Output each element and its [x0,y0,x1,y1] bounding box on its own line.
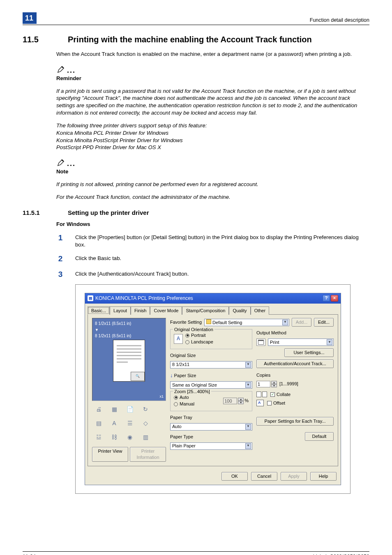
reminder-p2: The following three printer drivers supp… [56,122,369,151]
offset-checkbox[interactable]: Offset [267,400,285,406]
tab-stamp[interactable]: Stamp/Composition [182,306,229,315]
subsection-title: Setting up the printer driver [68,209,149,217]
chevron-down-icon: ▼ [245,362,251,368]
output-icon[interactable]: 🖨 [93,404,104,414]
chevron-down-icon: ▼ [245,382,251,388]
auth-account-track-button[interactable]: Authentication/Account Track... [256,359,334,368]
note-label: Note [56,168,369,175]
portrait-radio[interactable]: Portrait [185,332,213,339]
nup-icon[interactable]: ▦ [108,404,120,414]
collate-icon [256,391,267,397]
close-icon[interactable]: × [331,295,338,302]
chevron-down-icon[interactable]: ▼ [282,320,288,325]
screenshot-frame: ▤ KONICA MINOLTA PCL Printing Preference… [75,284,350,494]
default-button[interactable]: Default [305,432,334,441]
tab-finish[interactable]: Finish [131,306,150,315]
window-title: KONICA MINOLTA PCL Printing Preferences [95,295,193,302]
step-number: 3 [56,269,65,280]
chapter-badge: 11 [23,12,37,24]
zoom-group: Zoom [25...400%] Auto Manual ▲▼ [170,391,252,411]
step-number: 2 [56,253,65,264]
note-p2: For the Account Track function, contact … [56,193,369,201]
offset-icon [256,400,264,406]
cancel-button[interactable]: Cancel [251,472,277,481]
edit-button[interactable]: Edit... [314,318,334,327]
ok-button[interactable]: OK [221,472,248,481]
paper-size-combo[interactable]: Same as Original Size▼ [170,381,252,389]
letter-icon[interactable]: A [108,418,120,428]
duplex-icon[interactable]: 📄 [124,404,136,414]
zoom-auto-radio[interactable]: Auto [174,394,194,401]
reminder-icon: ... [56,64,369,74]
reminder-label: Reminder [56,75,369,82]
orientation-group: Original Orientation A Portrait Landscap… [170,329,252,349]
model-label: bizhub C203/C253/C353 [313,553,369,555]
tab-quality[interactable]: Quality [229,306,250,315]
globe-icon[interactable]: ◉ [124,432,136,442]
list-icon[interactable]: ☳ [93,432,104,442]
tab-layout[interactable]: Layout [110,306,131,315]
favorite-icon [206,319,211,324]
tab-covermode[interactable]: Cover Mode [150,306,182,315]
user-settings-button[interactable]: User Settings... [284,348,334,357]
titlebar[interactable]: ▤ KONICA MINOLTA PCL Printing Preference… [85,293,341,303]
help-button[interactable]: Help [310,472,337,481]
output-method-combo[interactable]: Print▼ [268,339,334,346]
paper-type-label: Paper Type [170,434,252,440]
chevron-down-icon: ▼ [245,424,251,430]
collate-checkbox[interactable]: ✓Collate [270,391,291,398]
landscape-radio[interactable]: Landscape [185,339,213,345]
tab-basic[interactable]: Basic... [88,306,110,315]
dialog-buttons: OK Cancel Apply Help [85,469,341,485]
app-icon: ▤ [88,295,93,301]
add-button[interactable]: Add... [292,318,311,327]
orientation-icon: A [174,334,183,344]
page-header: 11 Function detail description [23,12,369,25]
zoom-manual-radio[interactable]: Manual [174,401,194,407]
copies-spinner[interactable]: ▲▼ [256,381,277,387]
page-footer: 11-24 bizhub C203/C253/C353 [23,551,369,555]
subsection-heading: 11.5.1 Setting up the printer driver [23,209,369,217]
step-text: Click the Basic tab. [75,253,369,262]
original-size-combo[interactable]: 8 1/2x11▼ [170,361,252,368]
zoom-spinner[interactable]: ▲▼ % [223,398,249,404]
header-right: Function detail description [310,17,369,24]
spin-down-icon: ▼ [238,401,244,404]
favorite-combo[interactable]: Default Setting ▼ [204,319,289,326]
help-icon[interactable]: ? [323,295,330,302]
section-intro: When the Account Track function is enabl… [56,51,369,58]
note-icon: ... [56,157,369,167]
paper-size-label: Paper Size [174,373,196,378]
paper-type-combo[interactable]: Plain Paper▼ [170,442,252,450]
step-1: 1 Click the [Properties] button (or [Det… [56,233,369,249]
paper-tray-label: Paper Tray [170,415,252,421]
doc-icon[interactable]: ▥ [140,432,151,442]
down-arrow-icon: ↓ [170,372,173,378]
printer-info-button[interactable]: Printer Information [130,447,166,462]
link-icon[interactable]: ⛓ [108,432,120,442]
copies-range: [1...9999] [279,381,298,387]
page-preview: 8 1/2x11 (8.5x11 in) ▼ 8 1/2x11 (8.5x11 … [92,318,166,401]
paper-settings-button[interactable]: Paper Settings for Each Tray... [256,417,334,426]
subsection-number: 11.5.1 [23,209,55,217]
rotate-icon[interactable]: ↻ [140,404,151,414]
reminder-p1: If a print job is sent using a password … [56,88,369,117]
tab-other[interactable]: Other [251,306,270,315]
basic-panel: 8 1/2x11 (8.5x11 in) ▼ 8 1/2x11 (8.5x11 … [88,314,338,466]
stack-icon[interactable]: ☰ [124,418,136,428]
apply-button[interactable]: Apply [281,472,307,481]
paper-tray-combo[interactable]: Auto▼ [170,423,252,431]
droplet-icon[interactable]: ◇ [140,418,151,428]
favorite-label: Favorite Setting [170,319,202,325]
magnifier-icon: 🔍 [131,372,145,381]
step-text: Click the [Properties] button (or [Detai… [75,233,369,249]
page-icon[interactable]: ▤ [93,418,104,428]
chevron-down-icon: ▼ [327,339,332,345]
copies-label: Copies [256,372,334,378]
section-heading: 11.5 Printing with the machine enabling … [23,34,369,45]
spin-down-icon: ▼ [271,384,277,387]
step-3: 3 Click the [Authentication/Account Trac… [56,269,369,280]
step-2: 2 Click the Basic tab. [56,253,369,264]
zoom-badge: x1 [159,394,164,399]
printer-view-button[interactable]: Printer View [92,447,128,462]
